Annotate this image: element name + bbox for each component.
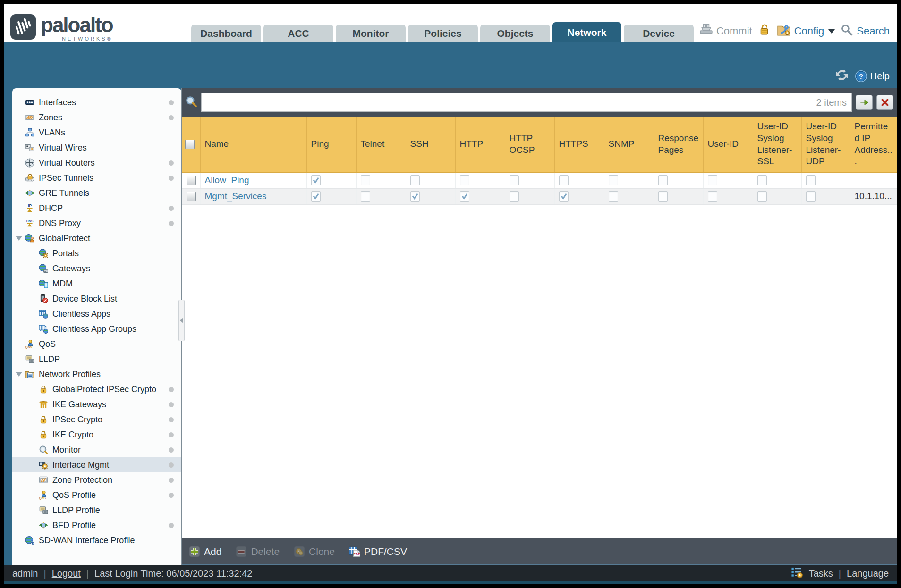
logout-link[interactable]: Logout	[52, 568, 81, 579]
checkbox-user-id-unchecked[interactable]	[708, 175, 717, 185]
checkbox-snmp-unchecked[interactable]	[609, 191, 618, 202]
checkbox-uid-syslog-udp-unchecked[interactable]	[806, 175, 816, 185]
search-button[interactable]: Search	[841, 24, 890, 39]
select-all-checkbox[interactable]	[185, 140, 195, 149]
qos-icon: QoS	[25, 339, 35, 349]
column-header-ping[interactable]: Ping	[306, 117, 356, 172]
checkbox-snmp-unchecked[interactable]	[609, 175, 618, 185]
sidebar-item-clientless-app-groups[interactable]: Clientless App Groups	[12, 321, 181, 336]
checkbox-http-unchecked[interactable]	[460, 175, 469, 185]
add-icon	[189, 546, 200, 557]
column-header-snmp[interactable]: SNMP	[604, 117, 654, 172]
commit-button[interactable]: Commit	[699, 24, 752, 39]
tab-acc[interactable]: ACC	[264, 25, 333, 42]
tasks-button[interactable]: Tasks	[809, 568, 833, 579]
sidebar-item-interface-mgmt[interactable]: Interface Mgmt	[12, 457, 181, 472]
sidebar-item-label: LLDP Profile	[52, 505, 100, 515]
column-header-telnet[interactable]: Telnet	[356, 117, 406, 172]
checkbox-http-ocsp-unchecked[interactable]	[510, 191, 519, 202]
sidebar-item-globalprotect[interactable]: GlobalProtect	[12, 231, 181, 246]
add-button[interactable]: Add	[189, 546, 221, 557]
checkbox-ping-checked[interactable]	[311, 175, 321, 185]
checkbox-telnet-unchecked[interactable]	[361, 175, 370, 185]
column-header-user-id[interactable]: User-ID	[703, 117, 753, 172]
pdf-csv-button[interactable]: PDFPDF/CSV	[349, 546, 407, 557]
tab-device[interactable]: Device	[624, 25, 694, 42]
tab-dashboard[interactable]: Dashboard	[191, 25, 261, 42]
service-cell-uid-syslog-udp	[801, 188, 850, 204]
sidebar-item-globalprotect-ipsec-crypto[interactable]: GlobalProtect IPSec Crypto	[12, 382, 181, 397]
column-header-uid-syslog-udp[interactable]: User-ID Syslog Listener-UDP	[801, 117, 850, 172]
expander-triangle-icon[interactable]	[16, 372, 22, 377]
sidebar-item-ike-crypto[interactable]: IKE Crypto	[12, 427, 181, 442]
sidebar-item-zones[interactable]: Zones	[12, 110, 181, 125]
checkbox-http-checked[interactable]	[460, 191, 469, 202]
refresh-icon[interactable]	[835, 68, 849, 84]
profile-name-link[interactable]: Allow_Ping	[205, 175, 249, 185]
sidebar-item-mdm[interactable]: MDM	[12, 276, 181, 291]
sidebar-item-device-block-list[interactable]: Device Block List	[12, 291, 181, 306]
language-button[interactable]: Language	[847, 568, 889, 579]
tab-policies[interactable]: Policies	[408, 25, 478, 42]
checkbox-ping-checked[interactable]	[311, 191, 321, 202]
checkbox-uid-syslog-ssl-unchecked[interactable]	[757, 191, 767, 202]
column-header-permitted-ip[interactable]: Permitted IP Address...	[850, 117, 897, 172]
expander-triangle-icon[interactable]	[16, 236, 22, 241]
clear-filter-button[interactable]	[876, 95, 893, 110]
checkbox-http-ocsp-unchecked[interactable]	[510, 175, 519, 185]
sidebar-item-interfaces[interactable]: Interfaces	[12, 95, 181, 110]
sidebar-item-ipsec-tunnels[interactable]: IPSec Tunnels	[12, 170, 181, 185]
column-header-https[interactable]: HTTPS	[554, 117, 604, 172]
sidebar-item-clientless-apps[interactable]: Clientless Apps	[12, 306, 181, 321]
sidebar-item-virtual-routers[interactable]: Virtual Routers	[12, 155, 181, 170]
column-header-response-pages[interactable]: Response Pages	[654, 117, 703, 172]
row-select-checkbox[interactable]	[187, 192, 196, 201]
checkbox-response-pages-unchecked[interactable]	[658, 175, 668, 185]
sidebar-item-qos-profile[interactable]: QoSQoS Profile	[12, 487, 181, 503]
checkbox-ssh-checked[interactable]	[410, 191, 420, 202]
checkbox-uid-syslog-ssl-unchecked[interactable]	[757, 175, 767, 185]
checkbox-uid-syslog-udp-unchecked[interactable]	[806, 191, 816, 202]
sidebar-item-network-profiles[interactable]: Network Profiles	[12, 367, 181, 382]
sidebar-collapse-handle[interactable]	[178, 300, 185, 341]
sidebar-item-gateways[interactable]: Gateways	[12, 261, 181, 276]
sidebar-item-portals[interactable]: Portals	[12, 246, 181, 261]
column-header-ssh[interactable]: SSH	[406, 117, 455, 172]
checkbox-telnet-unchecked[interactable]	[361, 191, 370, 202]
config-dropdown[interactable]: Config	[777, 23, 835, 39]
filter-input[interactable]	[202, 93, 816, 111]
column-header-http[interactable]: HTTP	[455, 117, 505, 172]
tab-network[interactable]: Network	[552, 22, 621, 42]
sidebar-item-sd-wan-interface-profile[interactable]: SD-WAN Interface Profile	[12, 533, 181, 548]
checkbox-response-pages-unchecked[interactable]	[658, 191, 668, 202]
sidebar-item-vlans[interactable]: VLANs	[12, 125, 181, 140]
profile-name-link[interactable]: Mgmt_Services	[205, 191, 267, 201]
filter-bar: 2 items	[182, 88, 897, 117]
help-button[interactable]: ? Help	[855, 70, 890, 83]
sidebar-item-dns-proxy[interactable]: DNSDNS Proxy	[12, 216, 181, 231]
service-cell-uid-syslog-udp	[801, 172, 850, 188]
sidebar-item-ike-gateways[interactable]: IKE Gateways	[12, 397, 181, 412]
sidebar-item-gre-tunnels[interactable]: GRE Tunnels	[12, 185, 181, 201]
sidebar-item-qos[interactable]: QoSQoS	[12, 336, 181, 352]
sidebar-item-lldp-profile[interactable]: LLDP Profile	[12, 503, 181, 518]
sidebar-item-bfd-profile[interactable]: BFD Profile	[12, 518, 181, 533]
checkbox-ssh-unchecked[interactable]	[410, 175, 420, 185]
checkbox-https-checked[interactable]	[559, 191, 569, 202]
sidebar-item-virtual-wires[interactable]: Virtual Wires	[12, 140, 181, 155]
tab-monitor[interactable]: Monitor	[336, 25, 406, 42]
tab-objects[interactable]: Objects	[480, 25, 550, 42]
unlock-icon[interactable]	[758, 23, 771, 39]
sidebar-item-lldp[interactable]: LLDP	[12, 352, 181, 367]
sidebar-item-ipsec-crypto[interactable]: IPSec Crypto	[12, 412, 181, 427]
apply-filter-button[interactable]	[856, 95, 873, 110]
checkbox-user-id-unchecked[interactable]	[708, 191, 717, 202]
sidebar-item-zone-protection[interactable]: Zone Protection	[12, 472, 181, 487]
checkbox-https-unchecked[interactable]	[559, 175, 569, 185]
sidebar-item-monitor[interactable]: Monitor	[12, 442, 181, 457]
column-header-uid-syslog-ssl[interactable]: User-ID Syslog Listener-SSL	[753, 117, 801, 172]
sidebar-item-dhcp[interactable]: IPDHCP	[12, 201, 181, 216]
column-header-name[interactable]: Name	[200, 117, 306, 172]
row-select-checkbox[interactable]	[187, 176, 196, 185]
column-header-http-ocsp[interactable]: HTTP OCSP	[505, 117, 554, 172]
